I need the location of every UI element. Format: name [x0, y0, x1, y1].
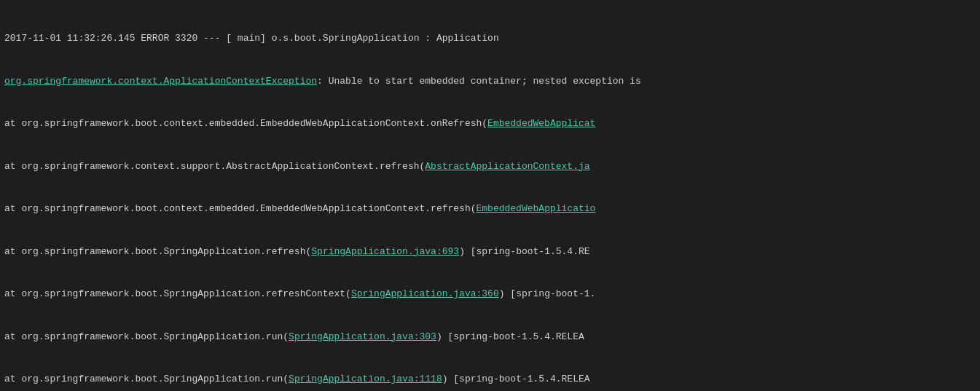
- console-output: 2017-11-01 11:32:26.145 ERROR 3320 --- […: [0, 0, 980, 391]
- stack-suffix-7: ) [spring-boot-1.5.4.RELEA: [436, 331, 584, 342]
- stack-link-6[interactable]: SpringApplication.java:360: [351, 288, 499, 299]
- stack-line-4: at org.springframework.boot.context.embe…: [4, 202, 976, 216]
- stack-text-8: at org.springframework.boot.SpringApplic…: [4, 374, 289, 384]
- stack-line-6: at org.springframework.boot.SpringApplic…: [4, 287, 976, 301]
- stack-line-2: at org.springframework.boot.context.embe…: [4, 116, 976, 131]
- stack-link-8[interactable]: SpringApplication.java:1118: [289, 374, 442, 384]
- stack-text-7: at org.springframework.boot.SpringApplic…: [4, 331, 289, 342]
- stack-text-3: at org.springframework.context.support.A…: [4, 161, 425, 172]
- stack-text-2: at org.springframework.boot.context.embe…: [4, 118, 487, 129]
- header-line: 2017-11-01 11:32:26.145 ERROR 3320 --- […: [4, 31, 976, 46]
- stack-link-7[interactable]: SpringApplication.java:303: [289, 331, 436, 342]
- stack-suffix-5: ) [spring-boot-1.5.4.RE: [459, 246, 589, 257]
- stack-line-3: at org.springframework.context.support.A…: [4, 159, 976, 174]
- exception-line: org.springframework.context.ApplicationC…: [4, 74, 976, 89]
- exception-suffix: : Unable to start embedded container; ne…: [317, 76, 641, 87]
- stack-line-7: at org.springframework.boot.SpringApplic…: [4, 330, 976, 344]
- header-text: 2017-11-01 11:32:26.145 ERROR 3320 --- […: [4, 33, 499, 44]
- stack-suffix-6: ) [spring-boot-1.: [499, 288, 596, 299]
- stack-line-5: at org.springframework.boot.SpringApplic…: [4, 245, 976, 259]
- stack-line-8: at org.springframework.boot.SpringApplic…: [4, 372, 976, 387]
- stack-text-4: at org.springframework.boot.context.embe…: [4, 203, 477, 214]
- stack-text-5: at org.springframework.boot.SpringApplic…: [4, 246, 311, 257]
- exception-link[interactable]: org.springframework.context.ApplicationC…: [4, 76, 317, 87]
- stack-suffix-8: ) [spring-boot-1.5.4.RELEA: [442, 374, 590, 384]
- stack-link-2[interactable]: EmbeddedWebApplicat: [487, 118, 595, 129]
- stack-link-5[interactable]: SpringApplication.java:693: [311, 246, 459, 257]
- stack-link-4[interactable]: EmbeddedWebApplicatio: [477, 203, 596, 214]
- stack-text-6: at org.springframework.boot.SpringApplic…: [4, 288, 351, 299]
- stack-link-3[interactable]: AbstractApplicationContext.ja: [425, 161, 589, 172]
